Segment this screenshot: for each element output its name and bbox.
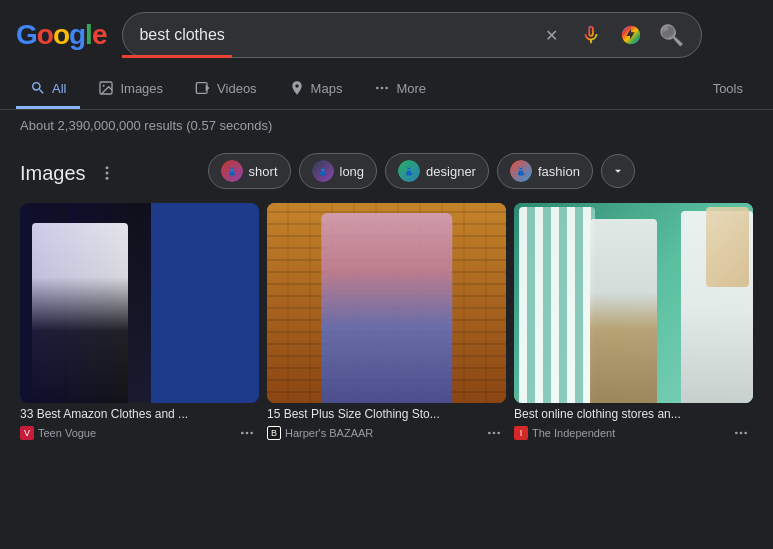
nav-tabs: All Images Videos Maps More Tools xyxy=(0,70,773,110)
images-title: Images xyxy=(20,162,86,185)
filter-short-label: short xyxy=(249,164,278,179)
svg-point-4 xyxy=(376,87,379,90)
search-bar: best clothes ✕ xyxy=(122,12,702,58)
tab-videos[interactable]: Videos xyxy=(181,70,271,109)
images-header: Images 👗 short 👗 long xyxy=(0,141,773,203)
tab-maps-label: Maps xyxy=(311,81,343,96)
filter-avatar-short: 👗 xyxy=(221,160,243,182)
filter-avatar-fashion: 👗 xyxy=(510,160,532,182)
video-icon xyxy=(195,80,211,96)
svg-point-6 xyxy=(386,87,389,90)
lens-search-button[interactable] xyxy=(617,21,645,49)
close-icon: ✕ xyxy=(545,26,558,45)
source-favicon-2: B xyxy=(267,426,281,440)
svg-point-10 xyxy=(241,432,244,435)
svg-point-14 xyxy=(493,432,496,435)
source-favicon-1: V xyxy=(20,426,34,440)
image-caption-1: 33 Best Amazon Clothes and ... V Teen Vo… xyxy=(20,403,259,443)
results-count: About 2,390,000,000 results (0.57 second… xyxy=(20,118,272,133)
filter-long-label: long xyxy=(340,164,365,179)
results-info: About 2,390,000,000 results (0.57 second… xyxy=(0,110,773,141)
mic-icon xyxy=(580,24,602,46)
chevron-down-icon xyxy=(611,164,625,178)
source-name-2: Harper's BAZAAR xyxy=(285,427,373,439)
tab-maps[interactable]: Maps xyxy=(275,70,357,109)
map-icon xyxy=(289,80,305,96)
clear-button[interactable]: ✕ xyxy=(537,21,565,49)
svg-point-12 xyxy=(250,432,253,435)
images-section: Images 👗 short 👗 long xyxy=(0,141,773,443)
expand-filters-button[interactable] xyxy=(601,154,635,188)
three-dot-vertical-icon xyxy=(98,164,116,182)
filter-chips: 👗 short 👗 long 👗 designer 👗 f xyxy=(188,149,655,197)
search-icon xyxy=(30,80,46,96)
image-card-1[interactable]: 33 Best Amazon Clothes and ... V Teen Vo… xyxy=(20,203,259,443)
image-thumb-2 xyxy=(267,203,506,403)
filter-chip-designer[interactable]: 👗 designer xyxy=(385,153,489,189)
source-name-1: Teen Vogue xyxy=(38,427,96,439)
svg-point-1 xyxy=(103,85,105,87)
svg-point-7 xyxy=(105,166,108,169)
three-dot-horizontal-icon-2 xyxy=(486,425,502,441)
three-dot-horizontal-icon-3 xyxy=(733,425,749,441)
filter-chip-long[interactable]: 👗 long xyxy=(299,153,378,189)
tab-more[interactable]: More xyxy=(360,70,440,109)
filter-avatar-long: 👗 xyxy=(312,160,334,182)
tab-all-label: All xyxy=(52,81,66,96)
image-title-2: 15 Best Plus Size Clothing Sto... xyxy=(267,407,506,421)
svg-point-5 xyxy=(381,87,384,90)
tab-images[interactable]: Images xyxy=(84,70,177,109)
svg-point-15 xyxy=(497,432,500,435)
svg-point-11 xyxy=(246,432,249,435)
image-title-1: 33 Best Amazon Clothes and ... xyxy=(20,407,259,421)
svg-point-13 xyxy=(488,432,491,435)
filter-fashion-label: fashion xyxy=(538,164,580,179)
tab-more-label: More xyxy=(396,81,426,96)
svg-rect-2 xyxy=(196,83,207,94)
card-menu-button-3[interactable] xyxy=(729,423,753,443)
image-card-3[interactable]: Best online clothing stores an... I The … xyxy=(514,203,753,443)
tools-button[interactable]: Tools xyxy=(699,71,757,109)
tab-videos-label: Videos xyxy=(217,81,257,96)
header: Google best clothes ✕ xyxy=(0,0,773,70)
svg-point-17 xyxy=(740,432,743,435)
tab-all[interactable]: All xyxy=(16,70,80,109)
filter-chip-short[interactable]: 👗 short xyxy=(208,153,291,189)
svg-point-8 xyxy=(105,172,108,175)
image-thumb-1 xyxy=(20,203,259,403)
source-name-3: The Independent xyxy=(532,427,615,439)
image-caption-3: Best online clothing stores an... I The … xyxy=(514,403,753,443)
filter-designer-label: designer xyxy=(426,164,476,179)
filter-chip-fashion[interactable]: 👗 fashion xyxy=(497,153,593,189)
image-source-2: B Harper's BAZAAR xyxy=(267,423,506,443)
image-thumb-3 xyxy=(514,203,753,403)
svg-point-16 xyxy=(735,432,738,435)
lens-icon xyxy=(620,24,642,46)
image-source-1: V Teen Vogue xyxy=(20,423,259,443)
search-underline xyxy=(122,55,232,58)
tab-images-label: Images xyxy=(120,81,163,96)
image-title-3: Best online clothing stores an... xyxy=(514,407,753,421)
card-menu-button-2[interactable] xyxy=(482,423,506,443)
search-input[interactable]: best clothes xyxy=(139,26,537,44)
svg-point-9 xyxy=(105,177,108,180)
images-more-button[interactable] xyxy=(94,160,120,186)
card-menu-button-1[interactable] xyxy=(235,423,259,443)
voice-search-button[interactable] xyxy=(577,21,605,49)
svg-point-18 xyxy=(744,432,747,435)
image-source-3: I The Independent xyxy=(514,423,753,443)
svg-marker-3 xyxy=(206,85,210,92)
google-logo: Google xyxy=(16,19,106,51)
image-caption-2: 15 Best Plus Size Clothing Sto... B Harp… xyxy=(267,403,506,443)
three-dot-horizontal-icon xyxy=(239,425,255,441)
more-dots-icon xyxy=(374,80,390,96)
filter-avatar-designer: 👗 xyxy=(398,160,420,182)
source-favicon-3: I xyxy=(514,426,528,440)
search-submit-button[interactable] xyxy=(657,21,685,49)
image-card-2[interactable]: 15 Best Plus Size Clothing Sto... B Harp… xyxy=(267,203,506,443)
image-icon xyxy=(98,80,114,96)
image-grid: 33 Best Amazon Clothes and ... V Teen Vo… xyxy=(0,203,773,443)
